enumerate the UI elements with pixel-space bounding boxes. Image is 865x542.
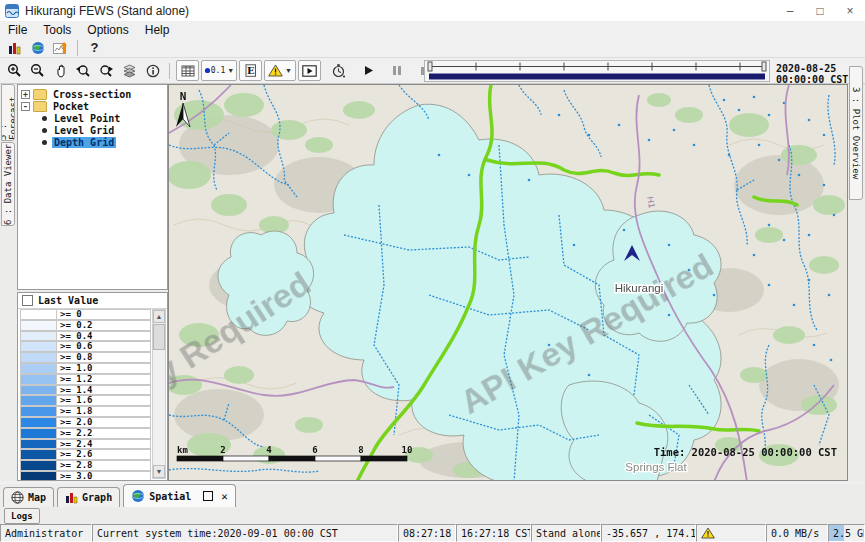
menu-file[interactable]: File bbox=[0, 21, 35, 38]
last-value-checkbox[interactable] bbox=[22, 295, 33, 306]
time-slider[interactable] bbox=[424, 60, 770, 82]
legend-row[interactable]: >= 2.8 bbox=[20, 460, 151, 471]
pan-hand-icon[interactable] bbox=[50, 61, 71, 80]
tree-item-cross-section[interactable]: + Cross-section bbox=[18, 88, 167, 100]
right-tab-strip: 3 : Plot Overview bbox=[848, 84, 865, 481]
folder-icon bbox=[33, 101, 47, 112]
road-label: H1 bbox=[645, 196, 657, 209]
svg-text:8: 8 bbox=[358, 445, 363, 455]
map-time-label: Time: 2020-08-25 00:00:00 CST bbox=[654, 446, 837, 458]
pause-button[interactable] bbox=[386, 61, 407, 80]
logs-row: Logs bbox=[0, 507, 865, 524]
tab-forecast[interactable]: 5 : Forecast bbox=[1, 84, 15, 141]
tree-item-depth-grid[interactable]: Depth Grid bbox=[18, 136, 167, 148]
expander-icon[interactable]: - bbox=[21, 102, 30, 111]
zoom-out-icon[interactable] bbox=[27, 61, 48, 80]
play-button[interactable] bbox=[358, 61, 379, 80]
legend-row[interactable]: >= 1.0 bbox=[20, 363, 151, 374]
legend-label: >= 0.8 bbox=[57, 352, 151, 363]
svg-text:N: N bbox=[180, 90, 187, 103]
tree-item-level-grid[interactable]: Level Grid bbox=[18, 124, 167, 136]
window-title: Hikurangi FEWS (Stand alone) bbox=[25, 4, 189, 18]
status-local-time: 16:27:18 CST bbox=[456, 524, 531, 542]
svg-text:E: E bbox=[246, 65, 254, 76]
scroll-thumb[interactable] bbox=[153, 324, 165, 350]
left-tab-strip: 5 : Forecast 6 : Data Viewer bbox=[0, 84, 16, 481]
forecast-manager-icon[interactable] bbox=[4, 38, 25, 57]
legend-header: Last Value bbox=[18, 293, 167, 309]
legend-panel: Last Value >= 0>= 0.2>= 0.4>= 0.6>= 0.8>… bbox=[17, 292, 168, 481]
tree-item-level-point[interactable]: Level Point bbox=[18, 112, 167, 124]
animation-settings-icon[interactable] bbox=[328, 61, 349, 80]
legend-swatch bbox=[20, 471, 57, 480]
help-button[interactable]: ? bbox=[84, 38, 105, 57]
tab-graph[interactable]: Graph bbox=[57, 487, 120, 507]
legend-label: >= 2.2 bbox=[57, 428, 151, 439]
close-button[interactable]: × bbox=[835, 0, 865, 21]
contour-interval-dropdown[interactable]: 0.1 ▼ bbox=[201, 60, 237, 81]
menu-tools[interactable]: Tools bbox=[35, 21, 79, 38]
legend-row[interactable]: >= 0.6 bbox=[20, 341, 151, 352]
legend-label: >= 0 bbox=[57, 309, 151, 320]
tab-close-icon[interactable]: ✕ bbox=[221, 490, 228, 503]
map-view[interactable]: H1 API Key Required API Key Required Hik… bbox=[168, 84, 848, 481]
tab-data-viewer[interactable]: 6 : Data Viewer bbox=[1, 142, 15, 226]
legend-row[interactable]: >= 1.6 bbox=[20, 395, 151, 406]
legend-swatch bbox=[20, 374, 57, 385]
legend-row[interactable]: >= 1.2 bbox=[20, 374, 151, 385]
tab-plot-overview[interactable]: 3 : Plot Overview bbox=[849, 66, 863, 200]
status-warning-cell[interactable] bbox=[696, 524, 766, 542]
globe-wireframe-icon bbox=[11, 491, 24, 504]
info-icon[interactable] bbox=[142, 61, 163, 80]
legend-swatch bbox=[20, 406, 57, 417]
movie-player-icon[interactable] bbox=[298, 60, 321, 81]
timeseries-display-icon[interactable] bbox=[50, 38, 71, 57]
svg-text:10: 10 bbox=[402, 445, 413, 455]
status-memory: 2.5 GB bbox=[828, 524, 865, 542]
legend-label: >= 0.4 bbox=[57, 331, 151, 342]
tab-spatial[interactable]: Spatial ✕ bbox=[123, 484, 236, 507]
node-bullet-icon bbox=[42, 140, 47, 145]
logs-tab[interactable]: Logs bbox=[4, 508, 40, 524]
place-label-springs-flat: Springs Flat bbox=[625, 461, 687, 473]
legend-row[interactable]: >= 0.2 bbox=[20, 320, 151, 331]
legend-row[interactable]: >= 2.2 bbox=[20, 428, 151, 439]
grid-display-icon[interactable] bbox=[176, 60, 199, 81]
legend-row[interactable]: >= 2.0 bbox=[20, 417, 151, 428]
legend-scrollbar[interactable]: ▲ ▼ bbox=[152, 309, 166, 479]
maximize-button[interactable]: □ bbox=[805, 0, 835, 21]
app-logo-icon bbox=[5, 4, 19, 18]
legend-row[interactable]: >= 1.4 bbox=[20, 385, 151, 396]
legend-row[interactable]: >= 2.6 bbox=[20, 449, 151, 460]
layers-icon[interactable] bbox=[119, 61, 140, 80]
menu-options[interactable]: Options bbox=[79, 21, 136, 38]
main-area: 5 : Forecast 6 : Data Viewer + Cross-sec… bbox=[0, 84, 865, 481]
legend-row[interactable]: >= 2.4 bbox=[20, 439, 151, 450]
legend-row[interactable]: >= 0.4 bbox=[20, 331, 151, 342]
status-system-time: Current system time:2020-09-01 00:00 CST bbox=[92, 524, 398, 542]
menu-help[interactable]: Help bbox=[137, 21, 178, 38]
legend-row[interactable]: >= 3.0 bbox=[20, 471, 151, 480]
legend-row[interactable]: >= 0 bbox=[20, 309, 151, 320]
legend-label: >= 0.2 bbox=[57, 320, 151, 331]
zoom-next-icon[interactable] bbox=[96, 61, 117, 80]
status-gmt-time: 08:27:18 GMT bbox=[398, 524, 456, 542]
expander-icon[interactable]: + bbox=[21, 90, 30, 99]
tab-maximize-icon[interactable] bbox=[203, 491, 213, 501]
warnings-dropdown[interactable]: ▼ bbox=[264, 60, 296, 81]
scroll-down-icon[interactable]: ▼ bbox=[153, 465, 165, 478]
legend-row[interactable]: >= 0.8 bbox=[20, 352, 151, 363]
legend-row[interactable]: >= 1.8 bbox=[20, 406, 151, 417]
layer-tree-panel: + Cross-section - Pocket Level Point Lev… bbox=[17, 84, 168, 290]
status-bar: Administrator Current system time:2020-0… bbox=[0, 524, 865, 542]
legend-toggle-icon[interactable]: E bbox=[239, 60, 262, 81]
zoom-in-icon[interactable] bbox=[4, 61, 25, 80]
tree-item-pocket[interactable]: - Pocket bbox=[18, 100, 167, 112]
legend-label: >= 1.2 bbox=[57, 374, 151, 385]
scroll-up-icon[interactable]: ▲ bbox=[153, 310, 165, 323]
map-display-icon[interactable] bbox=[27, 38, 48, 57]
zoom-previous-icon[interactable] bbox=[73, 61, 94, 80]
minimize-button[interactable]: – bbox=[775, 0, 805, 21]
legend-swatch bbox=[20, 385, 57, 396]
tab-map[interactable]: Map bbox=[3, 487, 54, 507]
